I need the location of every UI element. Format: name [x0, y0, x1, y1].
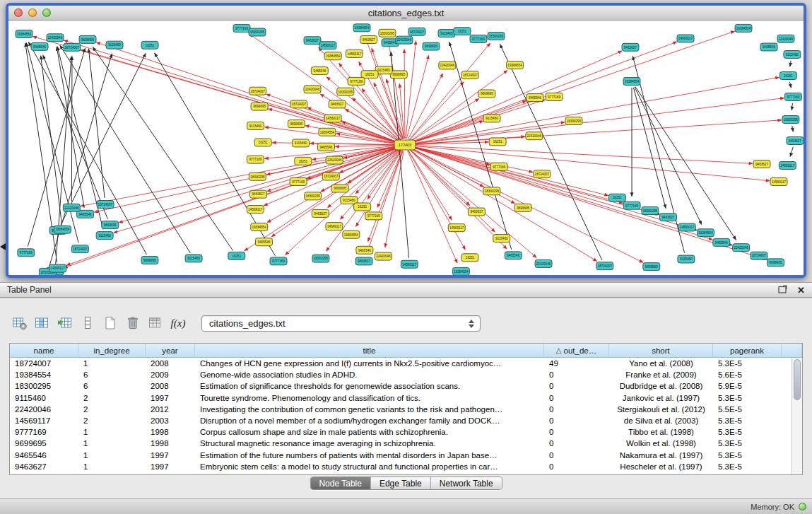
graph-node[interactable]: 9699695	[331, 185, 348, 192]
graph-node[interactable]: 19384554	[735, 24, 752, 32]
graph-node[interactable]: 9699695	[141, 256, 158, 264]
graph-node[interactable]: 22420046	[396, 36, 413, 44]
graph-node[interactable]: 9777169	[270, 257, 287, 265]
graph-node[interactable]: 9463627	[622, 43, 639, 51]
graph-node[interactable]: 22420046	[535, 259, 552, 267]
graph-node[interactable]: 9115460	[493, 235, 510, 243]
table-row[interactable]: 969969511998Structural magnetic resonanc…	[10, 438, 792, 449]
graph-node[interactable]: 18724007	[408, 28, 425, 35]
graph-node[interactable]: 22420046	[375, 252, 392, 260]
graph-node[interactable]: 9463627	[659, 214, 676, 221]
delete-table-icon[interactable]	[123, 315, 143, 332]
graph-node[interactable]: 9699695	[767, 259, 784, 267]
graph-node[interactable]: 9115460	[185, 255, 202, 262]
graph-node[interactable]: 14569117	[770, 178, 787, 186]
graph-node[interactable]: 16251	[228, 252, 245, 259]
graph-node[interactable]: 18724007	[64, 43, 81, 51]
network-view[interactable]: 1724039699695911546016251977716918300295…	[8, 21, 804, 275]
graph-node[interactable]: 16251	[295, 157, 312, 165]
graph-node[interactable]: 14569117	[448, 224, 465, 232]
table-scrollbar[interactable]	[792, 358, 802, 474]
graph-node[interactable]: 16251	[608, 194, 625, 201]
graph-node[interactable]: 9699695	[79, 35, 96, 43]
graph-node[interactable]: 19384554	[507, 61, 524, 69]
column-header-short[interactable]: short	[609, 344, 713, 357]
graph-node[interactable]: 14569117	[49, 264, 66, 272]
graph-node[interactable]: 9465546	[317, 143, 334, 151]
graph-node[interactable]: 9465546	[31, 42, 48, 50]
graph-node[interactable]: 9777169	[247, 156, 264, 163]
table-settings-icon[interactable]	[10, 315, 30, 332]
tab-network-table[interactable]: Network Table	[431, 477, 502, 489]
create-table-icon[interactable]	[100, 315, 120, 332]
graph-node[interactable]: 18300295	[337, 88, 354, 95]
graph-node[interactable]: 19384554	[343, 230, 360, 238]
graph-node[interactable]: 9463627	[787, 137, 804, 145]
graph-node[interactable]: 14569117	[324, 115, 341, 122]
graph-node[interactable]: 9115460	[678, 255, 695, 263]
table-row[interactable]: 946554611997Estimation of the future num…	[10, 450, 792, 461]
table-row[interactable]: 2242004622012Investigating the contribut…	[10, 404, 792, 415]
graph-node[interactable]: 9699695	[423, 42, 440, 50]
graph-node[interactable]: 9777169	[290, 177, 307, 185]
table-row[interactable]: 1872400712008Changes of HCN gene express…	[10, 358, 792, 369]
graph-node[interactable]: 9115460	[106, 41, 123, 49]
graph-node[interactable]: 22420046	[439, 62, 456, 69]
graph-node[interactable]: 18724007	[290, 100, 307, 108]
graph-node[interactable]: 9465546	[311, 67, 328, 75]
close-panel-icon[interactable]: ✕	[797, 285, 805, 296]
graph-node[interactable]: 18300295	[488, 33, 505, 40]
graph-node[interactable]: 9463627	[753, 160, 770, 168]
column-header-year[interactable]: year	[146, 344, 195, 357]
graph-node[interactable]: 22420046	[526, 132, 543, 140]
graph-node[interactable]: 18300295	[379, 29, 396, 37]
tab-node-table[interactable]: Node Table	[310, 477, 371, 489]
column-header-out_de[interactable]: △out_de…	[544, 344, 609, 357]
graph-node[interactable]: 16251	[361, 71, 378, 78]
graph-node[interactable]: 9115460	[247, 122, 264, 130]
graph-node[interactable]: 9463627	[312, 209, 329, 217]
graph-node[interactable]: 14569117	[677, 35, 694, 42]
graph-node[interactable]: 9465546	[505, 252, 522, 259]
graph-node[interactable]: 16251	[354, 203, 371, 211]
graph-node[interactable]: 19384554	[698, 229, 714, 237]
panel-collapse-arrow-icon[interactable]	[0, 243, 6, 250]
graph-node[interactable]: 19384554	[16, 30, 33, 37]
graph-node[interactable]: 9465546	[356, 246, 373, 254]
graph-node[interactable]: 9699695	[478, 90, 495, 98]
graph-node[interactable]: 9777169	[784, 93, 801, 101]
graph-node[interactable]: 19384554	[319, 128, 336, 136]
graph-node[interactable]: 18300295	[565, 117, 582, 125]
graph-node[interactable]: 9463627	[355, 257, 372, 265]
graph-node[interactable]: 22420046	[326, 156, 343, 164]
window-title-bar[interactable]: citations_edges.txt	[8, 6, 804, 21]
graph-node[interactable]: 9777169	[546, 93, 563, 101]
graph-node[interactable]: 22420046	[777, 35, 794, 42]
column-header-title[interactable]: title	[195, 344, 544, 357]
graph-node[interactable]: 9115460	[483, 115, 500, 122]
graph-node[interactable]: 9463627	[304, 37, 321, 45]
table-row[interactable]: 1456911722003Disruption of a novel membe…	[10, 415, 792, 426]
row-tools-icon[interactable]	[78, 315, 98, 332]
graph-node[interactable]: 9699695	[251, 103, 268, 110]
graph-node[interactable]: 9115460	[438, 30, 455, 37]
float-panel-icon[interactable]	[778, 285, 787, 296]
graph-node[interactable]: 9699695	[102, 221, 119, 229]
graph-node[interactable]: 22420046	[304, 86, 321, 93]
table-row[interactable]: 977716911998Corpus callosum shape and si…	[10, 426, 792, 438]
graph-node[interactable]: 9463627	[468, 208, 485, 216]
graph-node[interactable]: 14569117	[678, 223, 695, 231]
graph-node[interactable]: 22420046	[47, 34, 64, 42]
graph-node[interactable]: 18724007	[596, 262, 613, 270]
graph-node[interactable]: 18724007	[461, 71, 478, 79]
graph-node[interactable]: 9115460	[292, 139, 309, 147]
graph-node[interactable]: 18300295	[312, 255, 329, 262]
graph-node[interactable]: 16251	[141, 41, 158, 49]
graph-node[interactable]: 9115460	[96, 232, 113, 240]
graph-node[interactable]: 9699695	[390, 71, 407, 78]
graph-node[interactable]: 19384554	[324, 52, 341, 60]
graph-node[interactable]: 19384554	[251, 223, 268, 231]
graph-node[interactable]: 9777169	[18, 249, 35, 257]
table-row[interactable]: 1938455462009Genome-wide association stu…	[10, 369, 792, 380]
graph-node[interactable]: 16251	[779, 72, 796, 80]
